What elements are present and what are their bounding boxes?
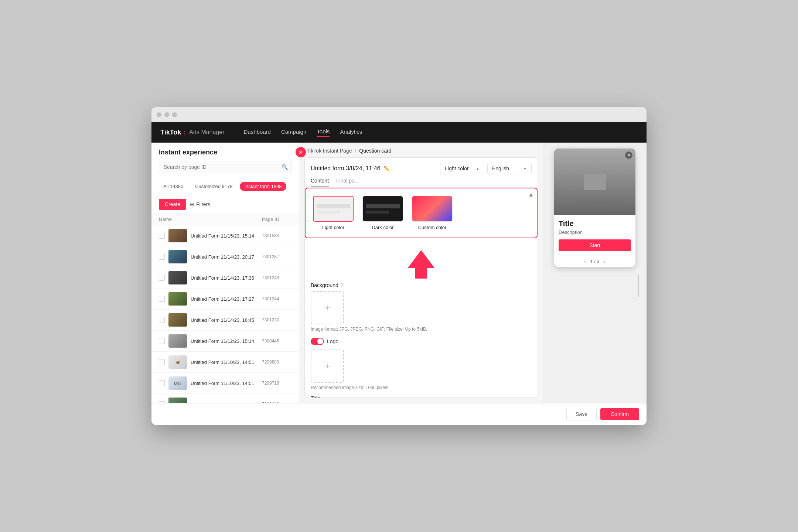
form-editor: Untitled form 3/8/24, 11:46 ✏️ Light col… xyxy=(304,157,538,398)
table-row[interactable]: Untitled Form 11/12/23, 15:14 7300445 xyxy=(151,331,299,352)
row-thumb xyxy=(168,250,187,263)
form-controls: Light color ▲ English ▼ xyxy=(440,163,532,174)
topnav: TikTok: Ads Manager Dashboard Campaign T… xyxy=(151,122,647,143)
preview-start-button[interactable]: Start xyxy=(559,239,631,251)
row-thumb xyxy=(168,292,187,306)
form-tabs: Content Final pa... xyxy=(311,178,532,187)
tab-instant-form[interactable]: Instant form 1898 xyxy=(240,182,286,191)
light-color-swatch xyxy=(313,196,354,222)
table-row[interactable]: 🦋 Untitled Form 11/10/23, 14:51 7299889 xyxy=(151,352,299,373)
row-checkbox[interactable] xyxy=(159,254,165,260)
arrow-indicator xyxy=(311,250,532,279)
logo-label: Logo xyxy=(327,338,338,344)
minimize-dot[interactable] xyxy=(164,112,169,117)
form-name: Untitled form 3/8/24, 11:46 xyxy=(311,165,381,172)
background-upload[interactable]: + xyxy=(311,291,344,324)
prev-arrow-icon[interactable]: ‹ xyxy=(584,259,586,264)
nav-tools[interactable]: Tools xyxy=(317,128,330,137)
row-info: Untitled Form 11/12/23, 15:14 xyxy=(191,338,258,344)
row-checkbox[interactable] xyxy=(159,317,165,323)
tab-customized[interactable]: Customized 9178 xyxy=(191,182,237,191)
row-checkbox[interactable] xyxy=(159,338,165,344)
chevron-up-icon: ▲ xyxy=(476,167,480,171)
row-checkbox[interactable] xyxy=(159,359,165,365)
row-name: Untitled Form 11/9/23, 21:00 xyxy=(191,402,258,403)
preview-nav: ‹ 1 / 3 › xyxy=(554,256,635,267)
row-name: Untitled Form 11/10/23, 14:51 xyxy=(191,359,258,365)
color-options-popup: ▲ Light color xyxy=(305,188,538,238)
row-name: Untitled Form 11/14/23, 17:36 xyxy=(191,275,258,281)
row-checkbox[interactable] xyxy=(159,275,165,281)
row-thumb xyxy=(168,313,187,327)
row-checkbox[interactable] xyxy=(159,380,165,386)
row-info: Untitled Form 11/14/23, 17:27 xyxy=(191,296,258,302)
preview-title: Title xyxy=(559,219,631,228)
color-option-custom[interactable]: Custom color xyxy=(412,196,453,230)
color-dropdown[interactable]: Light color ▲ xyxy=(440,163,484,174)
table-row[interactable]: Untitled Form 11/14/23, 17:36 7301249 xyxy=(151,267,299,289)
language-dropdown-value: English xyxy=(492,166,509,171)
maximize-dot[interactable] xyxy=(172,112,177,117)
table-row[interactable]: Untitled Form 11/15/23, 15:14 7301580 xyxy=(151,225,299,246)
table-row[interactable]: Untitled Form 11/14/23, 16:45 7301230 xyxy=(151,310,299,331)
confirm-button[interactable]: Confirm xyxy=(600,408,639,420)
filter-button[interactable]: ⊞ Filters xyxy=(190,201,210,207)
logo-toggle[interactable] xyxy=(311,338,324,345)
table-row[interactable]: Untitled Form 11/14/23, 17:27 7301244 xyxy=(151,289,299,310)
row-checkbox[interactable] xyxy=(159,401,165,403)
logo-upload[interactable]: + xyxy=(311,349,344,383)
left-panel-header: Instant experience 🔍 xyxy=(151,143,299,178)
table-row[interactable]: Untitled Form 11/14/23, 20:17 7301287 xyxy=(151,246,299,267)
search-input[interactable] xyxy=(159,161,291,173)
row-checkbox[interactable] xyxy=(159,296,165,302)
up-arrow xyxy=(408,250,434,279)
collapse-button[interactable]: ▲ xyxy=(528,191,534,198)
background-help-icon[interactable]: ? xyxy=(341,283,343,288)
row-id: 7301230 xyxy=(262,317,291,323)
bottom-actions: Save Confirm xyxy=(151,403,647,425)
breadcrumb-parent[interactable]: TikTok Instant Page xyxy=(307,148,352,154)
logo-toggle-row: Logo xyxy=(311,338,532,345)
pagination-text: 1 / 3 xyxy=(590,259,599,264)
tab-content[interactable]: Content xyxy=(311,178,329,187)
row-info: Untitled Form 11/10/23, 14:51 xyxy=(191,381,258,386)
close-panel-button[interactable]: ✕ xyxy=(296,147,306,157)
breadcrumb-current: Question card xyxy=(359,148,391,154)
right-preview: ✕ Title Description Start ‹ 1 / 3 › xyxy=(543,143,647,403)
row-thumb xyxy=(168,271,187,284)
row-checkbox[interactable] xyxy=(159,233,165,239)
close-dot[interactable] xyxy=(157,112,161,117)
form-title-left: Untitled form 3/8/24, 11:46 ✏️ xyxy=(311,165,390,172)
row-thumb xyxy=(168,334,187,348)
light-color-label: Light color xyxy=(322,225,344,230)
row-id: 7301580 xyxy=(262,233,291,238)
language-dropdown[interactable]: English ▼ xyxy=(487,163,532,174)
filter-label: Filters xyxy=(196,201,210,207)
nav-analytics[interactable]: Analytics xyxy=(340,129,362,136)
brand-colon: : xyxy=(183,129,185,136)
next-arrow-icon[interactable]: › xyxy=(604,259,606,264)
color-option-light[interactable]: Light color xyxy=(313,196,354,230)
tab-final-page[interactable]: Final pa... xyxy=(336,178,359,187)
col-name: Name xyxy=(159,216,262,222)
preview-close-button[interactable]: ✕ xyxy=(625,151,632,159)
dark-color-swatch xyxy=(362,196,403,222)
edit-icon[interactable]: ✏️ xyxy=(383,166,390,171)
nav-campaign[interactable]: Campaign xyxy=(281,129,306,136)
create-button[interactable]: Create xyxy=(159,199,186,210)
center-panel: TikTok Instant Page / Question card Unti… xyxy=(299,143,543,403)
row-id: 7301249 xyxy=(262,275,291,280)
table-row[interactable]: Untitled Form 11/9/23, 21:00 7299440 xyxy=(151,394,299,403)
preview-content: Title Description Start xyxy=(554,215,635,256)
tab-all[interactable]: All 14380 xyxy=(159,182,188,191)
row-thumb xyxy=(168,229,187,242)
color-option-dark[interactable]: Dark color xyxy=(362,196,403,230)
table-row[interactable]: BSJ Untitled Form 11/10/23, 14:51 729971… xyxy=(151,373,299,394)
form-title-row: Untitled form 3/8/24, 11:46 ✏️ Light col… xyxy=(311,163,532,174)
nav-dashboard[interactable]: Dashboard xyxy=(244,129,271,136)
logo-hint: Recommended image size: 1080 pixels xyxy=(311,385,532,390)
save-button[interactable]: Save xyxy=(566,408,597,420)
row-thumb: BSJ xyxy=(168,376,187,390)
row-name: Untitled Form 11/14/23, 17:27 xyxy=(191,296,258,302)
table-rows: Untitled Form 11/15/23, 15:14 7301580 Un… xyxy=(151,225,299,403)
